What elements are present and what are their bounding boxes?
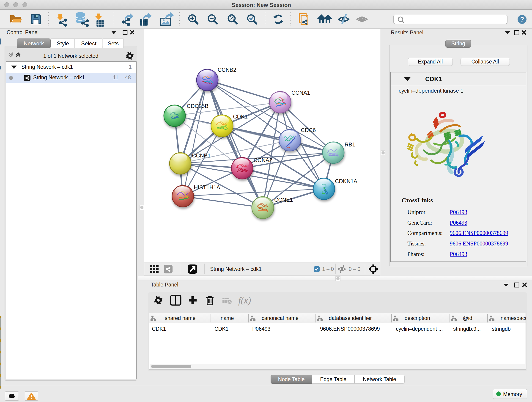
svg-text:f(x): f(x): [238, 295, 251, 306]
svg-text:description: description: [405, 315, 430, 321]
svg-text:namespace: namespace: [500, 315, 526, 321]
svg-text:name: name: [221, 315, 234, 321]
svg-text:canonical name: canonical name: [262, 315, 298, 321]
svg-text:CDC6: CDC6: [301, 127, 316, 133]
svg-text:0 – 0: 0 – 0: [349, 266, 360, 272]
svg-text:CCNA2: CCNA2: [254, 157, 272, 163]
svg-text:1 – 0: 1 – 0: [322, 266, 334, 272]
svg-text:RB1: RB1: [345, 141, 355, 148]
svg-text:String Network – cdk1: String Network – cdk1: [210, 266, 262, 272]
svg-text:CCNE1: CCNE1: [274, 197, 293, 203]
svg-text:HIST1H1A: HIST1H1A: [194, 184, 220, 191]
svg-text:database identifier: database identifier: [329, 315, 372, 321]
svg-text:CCNB2: CCNB2: [218, 67, 236, 73]
svg-text:CDK1: CDK1: [233, 114, 248, 120]
svg-text:CDKN1A: CDKN1A: [335, 178, 357, 184]
svg-text:CCNA1: CCNA1: [291, 89, 310, 96]
svg-text:@id: @id: [463, 315, 472, 321]
svg-text:shared name: shared name: [165, 315, 196, 321]
svg-text:CDC25B: CDC25B: [187, 103, 209, 109]
svg-text:CCNB1: CCNB1: [192, 153, 210, 159]
